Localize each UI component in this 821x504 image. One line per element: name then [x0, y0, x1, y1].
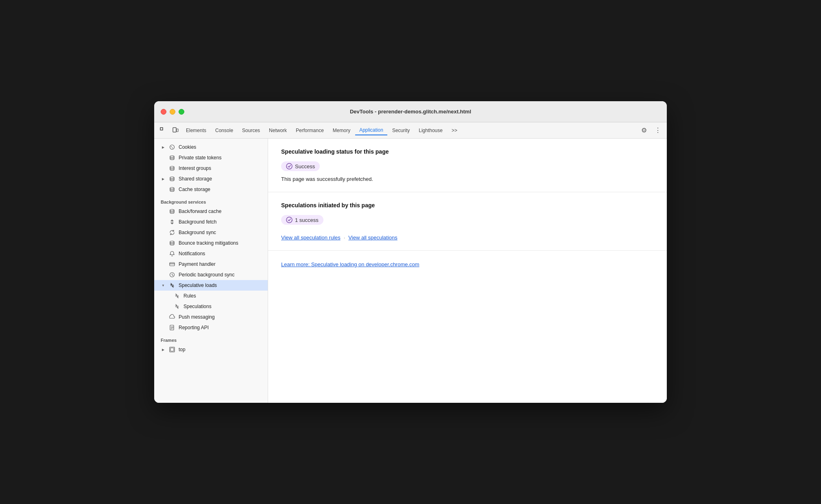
- loading-status-title: Speculative loading status for this page: [281, 148, 654, 155]
- cloud-icon: [169, 314, 175, 320]
- devtools-window: DevTools - prerender-demos.glitch.me/nex…: [154, 101, 667, 403]
- sidebar-item-speculative-loads[interactable]: Speculative loads: [154, 280, 268, 291]
- frame-icon: [169, 346, 175, 353]
- sidebar-label-back-forward-cache: Back/forward cache: [179, 209, 221, 214]
- sidebar-label-speculative-loads: Speculative loads: [179, 282, 217, 288]
- sidebar-label-interest-groups: Interest groups: [179, 165, 211, 171]
- sidebar-item-payment-handler[interactable]: Payment handler: [154, 259, 268, 269]
- success-badge: Success: [281, 161, 320, 171]
- tab-console[interactable]: Console: [211, 126, 237, 135]
- svg-rect-1: [160, 128, 163, 130]
- transfer-icon-3: [174, 293, 180, 299]
- checkmark-icon-2: [286, 217, 293, 223]
- traffic-lights: [161, 109, 184, 115]
- success-badge-text: Success: [295, 163, 315, 169]
- expand-arrow-cookies: [161, 145, 166, 150]
- sidebar-item-private-state-tokens[interactable]: Private state tokens: [154, 152, 268, 163]
- sidebar-item-back-forward-cache[interactable]: Back/forward cache: [154, 206, 268, 217]
- sidebar-label-speculations-child: Speculations: [183, 304, 212, 309]
- sidebar-label-reporting-api: Reporting API: [179, 325, 209, 330]
- sync-icon: [169, 229, 175, 236]
- svg-point-4: [170, 145, 175, 150]
- view-all-speculations-link[interactable]: View all speculations: [348, 235, 397, 241]
- sidebar-item-speculations[interactable]: Speculations: [154, 301, 268, 312]
- menu-icon[interactable]: ⋮: [652, 125, 664, 136]
- view-all-speculation-rules-link[interactable]: View all speculation rules: [281, 235, 341, 241]
- sidebar-label-rules: Rules: [183, 293, 196, 299]
- tab-more[interactable]: >>: [448, 126, 461, 135]
- svg-point-7: [170, 156, 174, 157]
- frames-section-label: Frames: [154, 333, 268, 344]
- speculations-section: Speculations initiated by this page 1 su…: [268, 192, 667, 251]
- close-button[interactable]: [161, 109, 166, 115]
- sidebar-item-interest-groups[interactable]: Interest groups: [154, 163, 268, 174]
- maximize-button[interactable]: [179, 109, 184, 115]
- expand-arrow-shared-storage: [161, 176, 166, 181]
- expand-arrow-top: [161, 347, 166, 352]
- title-bar: DevTools - prerender-demos.glitch.me/nex…: [154, 101, 667, 122]
- tab-memory[interactable]: Memory: [329, 126, 354, 135]
- tab-security[interactable]: Security: [388, 126, 414, 135]
- sidebar-item-push-messaging[interactable]: Push messaging: [154, 312, 268, 322]
- tab-application[interactable]: Application: [355, 126, 387, 135]
- background-services-label: Background services: [154, 195, 268, 206]
- card-icon: [169, 261, 175, 267]
- minimize-button[interactable]: [170, 109, 175, 115]
- learn-more-link[interactable]: Learn more: Speculative loading on devel…: [281, 261, 419, 267]
- doc-icon: [169, 324, 175, 331]
- sidebar-label-payment-handler: Payment handler: [179, 261, 216, 267]
- svg-rect-17: [170, 348, 174, 351]
- svg-rect-13: [170, 263, 175, 266]
- sidebar-item-background-fetch[interactable]: Background fetch: [154, 217, 268, 227]
- sidebar-item-cache-storage[interactable]: Cache storage: [154, 184, 268, 195]
- settings-icon[interactable]: ⚙: [638, 125, 650, 136]
- sidebar-item-top-frame[interactable]: top: [154, 344, 268, 355]
- tab-performance[interactable]: Performance: [292, 126, 328, 135]
- sidebar-label-private-state-tokens: Private state tokens: [179, 155, 221, 161]
- link-separator: ·: [344, 235, 345, 241]
- sidebar-item-periodic-background-sync[interactable]: Periodic background sync: [154, 269, 268, 280]
- sidebar-label-cookies: Cookies: [179, 144, 196, 150]
- speculations-badge: 1 success: [281, 215, 323, 225]
- loading-status-description: This page was successfully prefetched.: [281, 176, 654, 182]
- sidebar-label-cache-storage: Cache storage: [179, 187, 210, 192]
- sidebar-item-reporting-api[interactable]: Reporting API: [154, 322, 268, 333]
- sidebar-label-notifications: Notifications: [179, 251, 205, 256]
- db-icon-4: [169, 186, 175, 193]
- svg-point-6: [172, 148, 173, 148]
- svg-rect-2: [173, 128, 176, 132]
- sidebar-item-bounce-tracking[interactable]: Bounce tracking mitigations: [154, 238, 268, 248]
- sidebar-item-cookies[interactable]: Cookies: [154, 142, 268, 152]
- svg-point-19: [286, 217, 292, 223]
- svg-point-9: [170, 177, 174, 178]
- inspect-icon[interactable]: [157, 125, 169, 136]
- checkmark-icon: [286, 163, 293, 169]
- svg-rect-0: [160, 128, 163, 130]
- sidebar-item-background-sync[interactable]: Background sync: [154, 227, 268, 238]
- tab-lighthouse[interactable]: Lighthouse: [415, 126, 447, 135]
- tab-bar: Elements Console Sources Network Perform…: [154, 122, 667, 139]
- sidebar-item-shared-storage[interactable]: Shared storage: [154, 174, 268, 184]
- loading-status-section: Speculative loading status for this page…: [268, 139, 667, 192]
- tab-sources[interactable]: Sources: [238, 126, 264, 135]
- transfer-icon-1: [169, 219, 175, 225]
- sidebar-label-background-sync: Background sync: [179, 230, 216, 235]
- transfer-icon-2: [169, 282, 175, 289]
- content-area: Speculative loading status for this page…: [268, 139, 667, 403]
- sidebar-label-bounce-tracking: Bounce tracking mitigations: [179, 240, 238, 246]
- transfer-icon-4: [174, 303, 180, 310]
- sidebar-item-rules[interactable]: Rules: [154, 291, 268, 301]
- device-icon[interactable]: [170, 125, 181, 136]
- sidebar-label-periodic-background-sync: Periodic background sync: [179, 272, 234, 278]
- svg-point-18: [286, 163, 292, 169]
- db-icon-2: [169, 165, 175, 172]
- sidebar-item-notifications[interactable]: Notifications: [154, 248, 268, 259]
- svg-rect-3: [177, 129, 178, 132]
- db-icon-3: [169, 176, 175, 182]
- tab-network[interactable]: Network: [265, 126, 291, 135]
- tab-bar-right: ⚙ ⋮: [638, 125, 664, 136]
- tab-elements[interactable]: Elements: [182, 126, 210, 135]
- sidebar-label-top: top: [179, 347, 186, 352]
- speculation-links: View all speculation rules · View all sp…: [281, 235, 654, 241]
- speculations-title: Speculations initiated by this page: [281, 202, 654, 209]
